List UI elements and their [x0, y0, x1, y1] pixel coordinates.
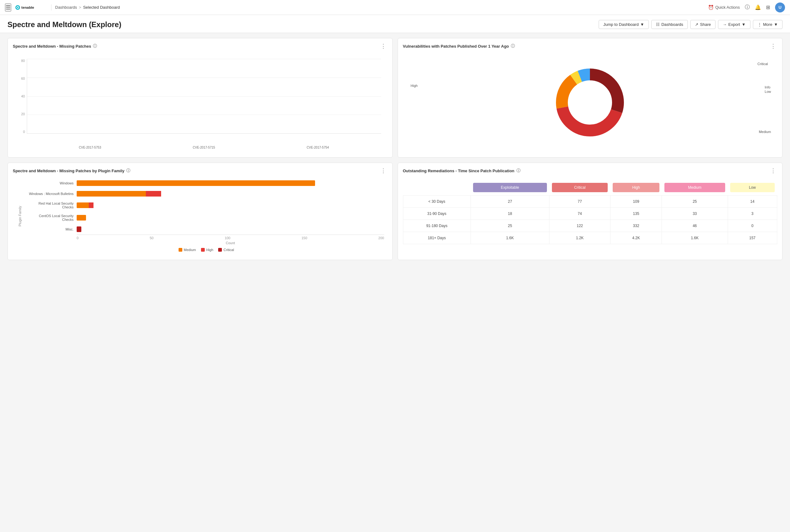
export-icon: →: [723, 22, 727, 27]
export-chevron-icon: ▼: [742, 22, 746, 27]
cell-90-critical: 74: [549, 208, 610, 220]
y-label-0: 0: [23, 130, 25, 134]
th-exploitable: Exploitable: [471, 180, 549, 196]
legend-critical: Critical: [218, 248, 234, 252]
card-missing-patches: Spectre and Meltdown - Missing Patches ⓘ…: [7, 38, 393, 158]
dashboards-btn[interactable]: ☷ Dashboards: [651, 20, 688, 29]
hamburger-menu[interactable]: ☰: [5, 3, 11, 12]
user-avatar[interactable]: U: [775, 2, 785, 13]
export-btn[interactable]: → Export ▼: [718, 20, 750, 29]
legend-high-label: High: [206, 248, 214, 252]
row-label-90days: 31-90 Days: [403, 208, 471, 220]
hbar-msb-high: [146, 191, 161, 196]
breadcrumb: Dashboards > Selected Dashboard: [55, 5, 120, 10]
hbar-redhat-high: [89, 203, 93, 208]
row-label-181plus: 181+ Days: [403, 232, 471, 244]
hbar-label-misc: Misc.: [29, 227, 77, 231]
x-label-5753: CVE-2017-5753: [79, 146, 101, 149]
cell-30-medium: 25: [662, 196, 728, 208]
table-row: 181+ Days 1.6K 1.2K 4.2K 1.6K 157: [403, 232, 777, 244]
header-actions: Jump to Dashboard ▼ ☷ Dashboards ↗ Share…: [599, 20, 783, 29]
cell-181-high: 4.2K: [610, 232, 662, 244]
logo: tenable: [15, 4, 42, 11]
card3-menu-btn[interactable]: ⋮: [379, 168, 387, 173]
help-icon-btn[interactable]: ⓘ: [745, 4, 750, 11]
cell-180-high: 332: [610, 220, 662, 232]
y-label-60: 60: [21, 77, 25, 80]
hbar-centos-medium: [77, 215, 86, 221]
card-vulnerabilities-donut: Vulnerabilities with Patches Published O…: [398, 38, 783, 158]
table-row: 31-90 Days 18 74 135 33 3: [403, 208, 777, 220]
card1-info-icon[interactable]: ⓘ: [93, 43, 97, 49]
cell-90-low: 3: [728, 208, 777, 220]
card4-header: Outstanding Remediations - Time Since Pa…: [403, 168, 777, 173]
cell-180-low: 0: [728, 220, 777, 232]
hbar-windows-medium: [77, 180, 315, 186]
card3-title: Spectre and Meltdown - Missing Patches b…: [13, 168, 130, 173]
nav-right: ⏰ Quick Actions ⓘ 🔔 ⊞ U: [708, 2, 785, 13]
breadcrumb-dashboards[interactable]: Dashboards: [55, 5, 77, 10]
cell-181-low: 157: [728, 232, 777, 244]
table-row: 91-180 Days 25 122 332 46 0: [403, 220, 777, 232]
card2-title: Vulnerabilities with Patches Published O…: [403, 43, 515, 49]
heatmap-table: Exploitable Critical High Medium Low < 3…: [403, 180, 777, 244]
hbar-msb-medium: [77, 191, 146, 196]
legend-critical-dot: [218, 248, 222, 252]
dashboard-grid: Spectre and Meltdown - Missing Patches ⓘ…: [0, 33, 790, 265]
legend-medium-label: Medium: [184, 248, 196, 252]
x-tick-100: 100: [225, 236, 230, 240]
x-label-5715: CVE-2017-5715: [192, 146, 215, 149]
hbar-label-redhat: Red Hat Local Security Checks: [29, 202, 77, 209]
donut-label-info: Info: [765, 86, 771, 89]
cell-90-high: 135: [610, 208, 662, 220]
share-btn[interactable]: ↗ Share: [690, 20, 716, 29]
bell-icon-btn[interactable]: 🔔: [755, 4, 761, 10]
share-icon: ↗: [695, 22, 698, 27]
cell-90-exploitable: 18: [471, 208, 549, 220]
card1-title: Spectre and Meltdown - Missing Patches ⓘ: [13, 43, 97, 49]
quick-actions-btn[interactable]: ⏰ Quick Actions: [708, 5, 740, 10]
donut-svg: [549, 62, 630, 143]
row-label-180days: 91-180 Days: [403, 220, 471, 232]
more-chevron-icon: ▼: [774, 22, 778, 27]
x-label-5754: CVE-2017-5754: [307, 146, 329, 149]
more-icon: ⋮: [758, 22, 761, 27]
th-high: High: [610, 180, 662, 196]
card2-info-icon[interactable]: ⓘ: [511, 43, 515, 49]
card1-menu-btn[interactable]: ⋮: [379, 43, 387, 49]
card4-menu-btn[interactable]: ⋮: [769, 168, 777, 173]
share-label: Share: [700, 22, 711, 27]
hbar-redhat-medium: [77, 203, 89, 208]
hbar-label-centos: CentOS Local Security Checks: [29, 214, 77, 222]
svg-text:tenable: tenable: [21, 5, 35, 9]
card-plugin-family: Spectre and Meltdown - Missing Patches b…: [7, 163, 393, 260]
jump-to-dashboard-btn[interactable]: Jump to Dashboard ▼: [599, 20, 649, 29]
breadcrumb-current: Selected Dashboard: [83, 5, 120, 10]
more-label: More: [763, 22, 773, 27]
y-label-80: 80: [21, 59, 25, 63]
cell-30-low: 14: [728, 196, 777, 208]
hbar-label-windows: Windows: [29, 181, 77, 185]
card4-info-icon[interactable]: ⓘ: [516, 168, 520, 173]
cell-180-critical: 122: [549, 220, 610, 232]
quick-actions-icon: ⏰: [708, 5, 714, 10]
legend-high: High: [201, 248, 214, 252]
cell-30-critical: 77: [549, 196, 610, 208]
donut-label-high: High: [411, 84, 418, 88]
card4-title: Outstanding Remediations - Time Since Pa…: [403, 168, 520, 173]
dashboards-icon: ☷: [656, 22, 660, 27]
svg-point-2: [17, 6, 18, 8]
y-label-20: 20: [21, 112, 25, 116]
grid-icon-btn[interactable]: ⊞: [766, 4, 770, 10]
cell-181-medium: 1.6K: [662, 232, 728, 244]
card2-menu-btn[interactable]: ⋮: [769, 43, 777, 49]
donut-label-critical: Critical: [757, 62, 768, 66]
legend-critical-label: Critical: [223, 248, 234, 252]
donut-label-medium: Medium: [759, 130, 771, 134]
more-btn[interactable]: ⋮ More ▼: [753, 20, 783, 29]
quick-actions-label: Quick Actions: [715, 5, 740, 10]
cell-181-critical: 1.2K: [549, 232, 610, 244]
card3-info-icon[interactable]: ⓘ: [126, 168, 130, 173]
cell-181-exploitable: 1.6K: [471, 232, 549, 244]
cell-180-exploitable: 25: [471, 220, 549, 232]
